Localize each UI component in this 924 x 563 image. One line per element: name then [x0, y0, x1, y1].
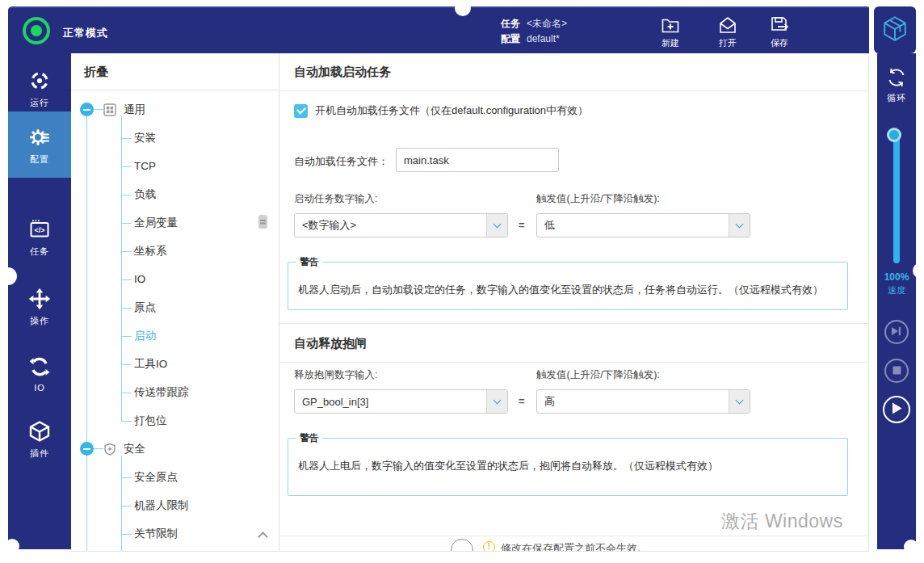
new-file-icon: [648, 15, 693, 36]
tree-item-install[interactable]: 安装: [71, 124, 279, 152]
stop-button[interactable]: [884, 359, 909, 383]
speed-slider-track[interactable]: [893, 134, 900, 263]
sidebar-item-config[interactable]: 配置: [8, 111, 71, 178]
warning-box-brake: 警告 机器人上电后，数字输入的值变化至设置的状态后，抱闸将自动释放。（仅远程模式…: [288, 431, 848, 496]
select-button[interactable]: [486, 214, 507, 237]
stop-icon: [892, 363, 901, 378]
save-notice-text: 修改在保存配置之前不会生效。: [501, 541, 648, 552]
tree-item-label: 安装: [134, 131, 156, 145]
tree-item-global-vars[interactable]: 全局变量: [71, 208, 279, 237]
tree-item-tcp[interactable]: TCP: [71, 152, 279, 180]
open-button-label: 打开: [705, 37, 750, 49]
collapse-minus-icon[interactable]: [80, 103, 94, 116]
config-tree-panel: 折叠 通用 安装 TCP 负载 全局变量 坐标: [71, 53, 279, 552]
sidebar-item-label: 运行: [8, 97, 71, 109]
mode-label: 正常模式: [63, 26, 108, 40]
play-button[interactable]: [883, 396, 910, 423]
save-button-label: 保存: [757, 37, 802, 49]
trigger-value-select[interactable]: 高: [536, 389, 750, 414]
tree-item-io[interactable]: IO: [71, 265, 279, 293]
shield-plus-icon: [103, 443, 116, 456]
tree-item-label: IO: [134, 273, 145, 285]
mode-status-icon: [23, 17, 52, 46]
trigger-value-label: 触发值(上升沿/下降沿触发):: [536, 368, 660, 382]
task-file-input[interactable]: [396, 148, 559, 172]
divider: [279, 323, 868, 324]
tree-item-label: 通用: [124, 103, 145, 117]
sidebar-item-run[interactable]: 运行: [8, 69, 71, 109]
tree-connector: [94, 109, 103, 110]
select-button[interactable]: [729, 390, 750, 413]
tree-item-label: 安全: [124, 442, 145, 456]
cube-logo-icon: [881, 14, 909, 46]
trigger-value-select[interactable]: 低: [536, 213, 750, 237]
brake-digital-input-select[interactable]: GP_bool_in[3]: [294, 389, 508, 414]
select-button[interactable]: [486, 390, 507, 413]
tree-item-safe-home[interactable]: 安全原点: [71, 463, 279, 491]
tree-collapse-header[interactable]: 折叠: [71, 53, 279, 90]
tree-item-label: 机器人限制: [134, 498, 189, 513]
step-button[interactable]: [884, 320, 909, 344]
collapse-minus-icon[interactable]: [80, 442, 94, 456]
speed-slider-knob[interactable]: [887, 128, 901, 142]
tree-item-coordinate[interactable]: 坐标系: [71, 237, 279, 265]
tree-item-label: 安全原点: [134, 470, 178, 485]
sidebar-item-plugin[interactable]: 插件: [8, 420, 71, 460]
tree-item-tool-io[interactable]: 工具IO: [71, 350, 279, 378]
select-value: GP_bool_in[3]: [295, 396, 486, 408]
cube-icon: [8, 420, 71, 443]
io-cycle-icon: [8, 355, 71, 378]
sidebar-item-label: 插件: [8, 447, 71, 460]
tree-item-joint-limits[interactable]: 关节限制: [71, 519, 279, 548]
step-forward-icon: [891, 325, 902, 339]
tree-item-robot-limits[interactable]: 机器人限制: [71, 491, 279, 519]
new-button[interactable]: 新建: [648, 15, 693, 49]
tree-group-general[interactable]: 通用: [71, 95, 279, 124]
tree-item-pack-pos[interactable]: 打包位: [71, 406, 279, 435]
section-title-brake-release: 自动释放抱闸: [294, 336, 367, 351]
tree-item-label: 工具IO: [134, 357, 167, 372]
tree-item-home[interactable]: 原点: [71, 293, 279, 321]
tree-item-label: 关节限制: [134, 527, 178, 541]
chevron-down-icon: [494, 221, 502, 229]
sidebar-item-label: 配置: [8, 153, 71, 166]
open-button[interactable]: 打开: [705, 15, 750, 49]
start-digital-input-select[interactable]: <数字输入>: [294, 213, 508, 237]
task-value: <未命名>: [527, 18, 567, 29]
autoload-checkbox[interactable]: [294, 104, 308, 118]
warning-text: 机器人上电后，数字输入的值变化至设置的状态后，抱闸将自动释放。（仅远程模式有效）: [298, 458, 838, 474]
divider: [279, 90, 868, 91]
tree-group-safety[interactable]: 安全: [71, 435, 279, 463]
speed-percentage: 100%: [877, 271, 916, 283]
save-button[interactable]: 保存: [757, 15, 802, 49]
sidebar-item-operate[interactable]: 操作: [8, 288, 71, 327]
warning-box-autoload: 警告 机器人启动后，自动加载设定的任务，数字输入的值变化至设置的状态后，任务将自…: [288, 255, 848, 310]
select-button[interactable]: [729, 214, 750, 237]
right-control-rail: 循环 100% 速度: [877, 53, 916, 549]
sidebar-item-label: 操作: [8, 315, 71, 327]
app-window: 正常模式 任务<未命名> 配置default* 新建 打开: [0, 0, 924, 563]
divider: [279, 536, 868, 536]
frame-notch: [455, 0, 471, 16]
task-label: 任务: [501, 18, 520, 29]
loop-toggle[interactable]: 循环: [877, 66, 916, 104]
code-window-icon: </>: [8, 218, 71, 241]
main-content: 自动加载启动任务 开机自动加载任务文件（仅在default.configurat…: [279, 53, 869, 552]
task-file-label: 自动加载任务文件：: [294, 154, 388, 169]
tree-item-startup-selected[interactable]: 启动: [71, 321, 279, 350]
chevron-down-icon: [494, 397, 502, 405]
tree-item-label: 启动: [134, 329, 156, 343]
chevron-down-icon: [736, 221, 744, 229]
top-bar: 正常模式 任务<未命名> 配置default* 新建 打开: [8, 6, 869, 53]
sidebar-item-io[interactable]: IO: [8, 355, 71, 393]
tree-connector: [94, 448, 103, 449]
tree-item-payload[interactable]: 负载: [71, 180, 279, 208]
tree-item-label: 原点: [134, 300, 156, 315]
sidebar-item-label: IO: [8, 383, 71, 393]
select-value: <数字输入>: [295, 218, 486, 233]
tree-item-conveyor[interactable]: 传送带跟踪: [71, 378, 279, 406]
chevron-down-icon: [736, 397, 744, 405]
frame-notch: [904, 540, 918, 554]
save-icon: [757, 15, 802, 36]
sidebar-item-task[interactable]: </> 任务: [8, 218, 71, 258]
